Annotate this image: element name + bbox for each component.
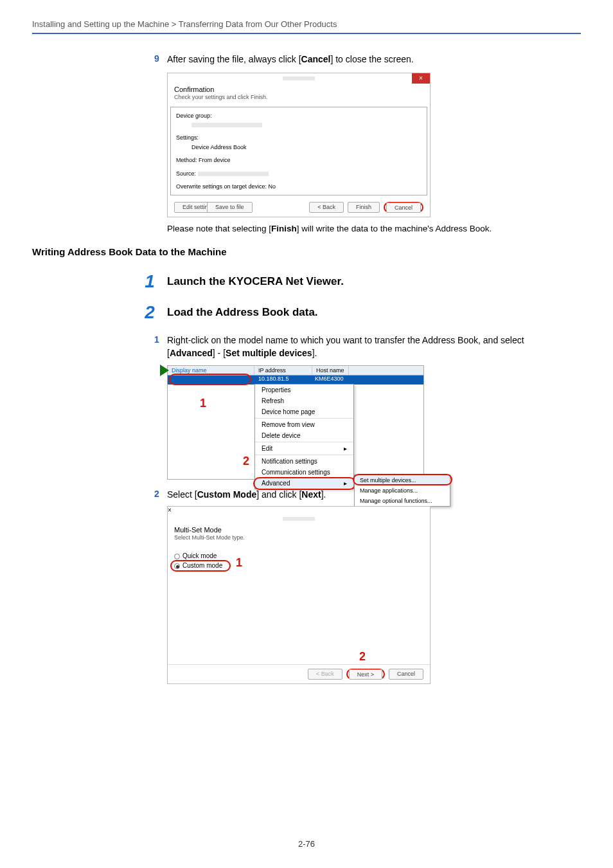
sub1-mid: ] - [ [213, 348, 226, 358]
row-host: KM6E4300 [312, 375, 344, 384]
step-9-num: 9 [154, 53, 163, 64]
label-method: Method: From device [176, 156, 422, 165]
substep-2-num: 2 [154, 489, 163, 499]
quick-mode-label: Quick mode [182, 552, 217, 559]
advanced-highlight [253, 477, 356, 490]
dialog2-body: Quick mode Custom mode 1 [168, 545, 430, 654]
dialog-title-blur [283, 77, 315, 80]
dialog-subtitle: Check your settings and click Finish. [174, 94, 423, 100]
menu-device-home[interactable]: Device home page [255, 406, 353, 417]
d2-cancel-button[interactable]: Cancel [389, 669, 423, 680]
menu-edit[interactable]: Edit▸ [255, 443, 353, 454]
big-step-2-text: Load the Address Book data. [158, 303, 318, 319]
d2-annotation-1: 1 [236, 556, 242, 570]
confirmation-dialog: × Confirmation Check your settings and c… [167, 73, 431, 218]
menu-communication[interactable]: Communication settings [255, 467, 353, 478]
value-settings: Device Address Book [176, 143, 422, 152]
label-device-group: Device group: [176, 111, 422, 120]
note-post: ] will write the data to the machine's A… [297, 224, 492, 233]
advanced-submenu: Set multiple devices... Manage applicati… [354, 475, 450, 507]
submenu-manage-apps[interactable]: Manage applications... [355, 485, 450, 496]
label-overwrite: Overwrite settings on target device: No [176, 182, 422, 191]
next-highlight: Next > [346, 669, 385, 680]
substep-1-text: Right-click on the model name to which y… [163, 334, 568, 359]
step-9: 9 After saving the file, always click [C… [154, 53, 568, 66]
cancel-button[interactable]: Cancel [386, 203, 421, 213]
chevron-right-icon: ▸ [344, 445, 347, 452]
sub2-pre: Select [ [167, 489, 197, 500]
big-step-1-text: Launch the KYOCERA Net Viewer. [158, 273, 344, 288]
back-button[interactable]: < Back [309, 202, 344, 213]
col-host: Host name [312, 366, 349, 375]
menu-delete-device[interactable]: Delete device [255, 430, 353, 441]
heading-writing-address-book: Writing Address Book Data to the Machine [32, 246, 568, 257]
sub2-post: ]. [321, 489, 326, 500]
custom-mode-highlight [170, 560, 231, 572]
note-finish: Please note that selecting [Finish] will… [167, 224, 568, 233]
save-to-file-button[interactable]: Save to file [207, 202, 253, 213]
note-pre: Please note that selecting [ [167, 224, 271, 233]
d2-annotation-2: 2 [359, 650, 366, 664]
sub1-post: ]. [312, 348, 317, 358]
close-icon[interactable]: × [168, 507, 430, 514]
set-multiple-highlight [353, 474, 452, 485]
col-ip: IP address [254, 366, 312, 375]
sub1-b1: Advanced [170, 348, 213, 358]
menu-notification[interactable]: Notification settings [255, 456, 353, 467]
menu-properties[interactable]: Properties [255, 384, 353, 395]
big-step-2: 2 Load the Address Book data. [141, 303, 568, 321]
context-menu-screenshot: Display name IP address Host name 10.180… [167, 365, 424, 480]
menu-edit-label: Edit [262, 445, 272, 452]
d2-next-button[interactable]: Next > [349, 669, 382, 680]
page-number: 2-76 [0, 839, 613, 849]
big-step-1-num: 1 [141, 273, 158, 291]
step-9-text: After saving the file, always click [Can… [163, 53, 568, 66]
sub1-b2: Set multiple devices [226, 348, 312, 358]
substep-1: 1 Right-click on the model name to which… [154, 334, 568, 359]
d2-back-button: < Back [308, 669, 342, 680]
breadcrumb: Installing and Setting up the Machine > … [32, 19, 581, 34]
sub2-b1: Custom Mode [197, 489, 257, 500]
green-caret-icon [160, 365, 169, 376]
cancel-highlight: Cancel [384, 202, 423, 213]
quick-mode-radio[interactable]: Quick mode [174, 551, 423, 561]
note-bold: Finish [271, 224, 297, 233]
dialog2-buttons: < Back Next > Cancel [168, 664, 430, 683]
row-ip: 10.180.81.5 [254, 375, 312, 384]
dialog2-subtitle: Select Multi-Set Mode type. [174, 534, 423, 541]
multiset-dialog: × Multi-Set Mode Select Multi-Set Mode t… [167, 506, 431, 684]
dialog-title: Confirmation [174, 86, 423, 93]
big-step-2-num: 2 [141, 303, 158, 321]
sub2-b2: Next [301, 489, 321, 500]
step-9-bold: Cancel [301, 54, 331, 64]
dialog-body: Device group: Settings: Device Address B… [170, 107, 427, 196]
dialog2-title-blur [283, 517, 315, 521]
annotation-2: 2 [243, 455, 249, 468]
dialog-buttons: Edit settings Save to file < Back Finish… [168, 198, 430, 217]
source-value-blur [198, 172, 269, 176]
menu-refresh[interactable]: Refresh [255, 395, 353, 406]
big-step-1: 1 Launch the KYOCERA Net Viewer. [141, 273, 568, 291]
close-icon[interactable]: × [412, 73, 430, 84]
context-menu: Properties Refresh Device home page Remo… [254, 384, 354, 489]
substep-1-num: 1 [154, 334, 163, 345]
step-9-pre: After saving the file, always click [ [167, 54, 301, 64]
menu-remove-view[interactable]: Remove from view [255, 419, 353, 430]
device-group-value-blur [191, 123, 262, 127]
submenu-manage-optional[interactable]: Manage optional functions... [355, 496, 450, 506]
annotation-1: 1 [200, 397, 206, 410]
label-source: Source: [176, 170, 196, 177]
device-highlight-circle [169, 374, 251, 385]
dialog2-title: Multi-Set Mode [174, 526, 423, 534]
step-9-post: ] to close the screen. [330, 54, 413, 64]
finish-button[interactable]: Finish [348, 202, 380, 213]
sub2-mid: ] and click [ [256, 489, 301, 500]
label-settings: Settings: [176, 133, 422, 142]
